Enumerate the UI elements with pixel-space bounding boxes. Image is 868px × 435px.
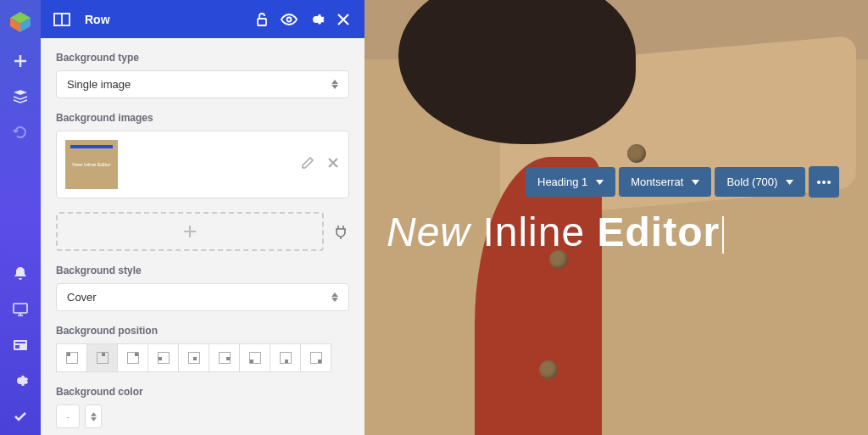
add-image-dropzone[interactable] (56, 212, 324, 251)
bg-style-value: Cover (67, 291, 97, 304)
bg-type-select[interactable]: Single image (56, 70, 349, 98)
heading-dropdown[interactable]: Heading 1 (526, 167, 615, 197)
edit-icon[interactable] (301, 156, 314, 173)
color-options[interactable] (85, 404, 102, 428)
chevron-updown-icon (331, 293, 338, 302)
pos-top-right[interactable] (117, 343, 148, 372)
add-icon[interactable] (12, 53, 29, 70)
image-thumbnail[interactable] (65, 140, 118, 189)
pos-bot-left[interactable] (239, 343, 270, 372)
layout-icon[interactable] (53, 10, 71, 29)
svg-point-12 (827, 181, 831, 184)
svg-rect-6 (15, 345, 19, 349)
bg-type-label: Background type (56, 52, 349, 64)
svg-rect-5 (15, 342, 25, 343)
bg-style-label: Background style (56, 265, 349, 276)
pos-bot-right[interactable] (300, 343, 331, 372)
pos-top-center[interactable] (86, 343, 118, 372)
apply-icon[interactable] (12, 408, 29, 425)
pos-top-left[interactable] (56, 343, 87, 372)
layers-icon[interactable] (12, 88, 29, 105)
editable-heading[interactable]: New Inline Editor (387, 209, 724, 255)
bg-color-label: Background color (56, 386, 349, 398)
heading-word-2: Inline (482, 209, 585, 254)
svg-point-10 (817, 181, 821, 184)
pos-mid-right[interactable] (209, 343, 240, 372)
bg-position-label: Background position (56, 325, 349, 337)
panel-header: Row (41, 0, 364, 38)
pos-mid-left[interactable] (147, 343, 179, 372)
template-icon[interactable] (12, 337, 29, 354)
settings-icon[interactable] (12, 372, 29, 389)
svg-point-9 (287, 17, 292, 21)
image-item (56, 131, 349, 198)
color-swatch[interactable]: - (56, 404, 80, 428)
svg-rect-8 (258, 19, 266, 25)
pos-mid-center[interactable] (178, 343, 209, 372)
heading-word-1: New (387, 209, 470, 254)
svg-point-11 (822, 181, 826, 184)
lock-icon[interactable] (253, 10, 271, 29)
settings-panel: Row Background type Single image Backgro… (41, 0, 364, 435)
undo-icon[interactable] (12, 124, 29, 141)
notifications-icon[interactable] (12, 265, 29, 282)
remove-icon[interactable] (326, 156, 340, 173)
close-icon[interactable] (334, 10, 353, 29)
weight-dropdown[interactable]: Bold (700) (715, 167, 805, 197)
svg-rect-3 (14, 304, 27, 313)
panel-body: Background type Single image Background … (41, 38, 364, 435)
text-cursor (722, 216, 724, 254)
desktop-icon[interactable] (12, 301, 29, 318)
visibility-icon[interactable] (280, 10, 298, 29)
pos-bot-center[interactable] (270, 343, 301, 372)
position-grid (56, 343, 349, 372)
canvas-preview[interactable]: Heading 1 Montserrat Bold (700) New Inli… (364, 0, 868, 435)
font-dropdown[interactable]: Montserrat (619, 167, 711, 197)
left-nav-rail (0, 0, 41, 435)
panel-title: Row (85, 13, 244, 26)
bg-type-value: Single image (67, 78, 131, 91)
app-logo (8, 10, 32, 34)
gear-icon[interactable] (307, 10, 326, 29)
bg-images-label: Background images (56, 112, 349, 124)
inline-text-toolbar: Heading 1 Montserrat Bold (700) (526, 166, 849, 198)
chevron-updown-icon (331, 80, 338, 89)
bg-style-select[interactable]: Cover (56, 283, 349, 311)
more-options-icon[interactable] (809, 166, 839, 198)
heading-word-3: Editor (597, 209, 720, 254)
dynamic-content-icon[interactable] (332, 223, 349, 240)
